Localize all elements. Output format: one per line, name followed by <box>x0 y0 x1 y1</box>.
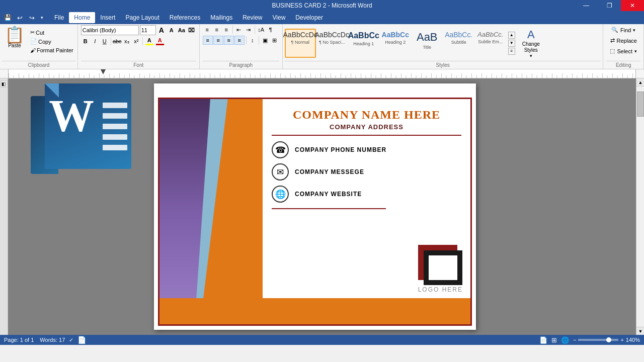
restore-button[interactable]: ❐ <box>598 0 621 11</box>
qa-customize-button[interactable]: ▾ <box>38 12 45 23</box>
full-screen-button[interactable]: ⊞ <box>551 336 557 344</box>
sep3 <box>232 26 233 34</box>
word-logo-area: W <box>18 83 144 330</box>
style-title[interactable]: AaB Title <box>412 29 443 58</box>
find-arrow: ▾ <box>633 28 635 33</box>
minimize-button[interactable]: — <box>575 0 598 11</box>
show-marks-button[interactable]: ¶ <box>266 25 275 34</box>
font-name-input[interactable] <box>81 25 139 35</box>
scroll-up-button[interactable]: ▲ <box>636 78 644 86</box>
font-color-button[interactable]: A <box>155 37 165 46</box>
font-shrink-button[interactable]: A <box>167 26 176 35</box>
menu-mailings[interactable]: Mailings <box>205 12 237 23</box>
word-logo-fold <box>45 83 59 98</box>
menu-home[interactable]: Home <box>69 12 95 23</box>
menu-items: File Home Insert Page Layout References … <box>49 12 328 23</box>
zoom-control: − + 140% <box>573 337 640 343</box>
message-text: COMPANY MESSEGE <box>295 168 364 175</box>
cut-icon: ✂ <box>30 29 35 36</box>
scroll-down-button[interactable]: ▼ <box>636 327 644 335</box>
italic-button[interactable]: I <box>91 37 100 46</box>
save-qa-button[interactable]: 💾 <box>2 12 13 23</box>
borders-button[interactable]: ⊞ <box>270 36 279 45</box>
logo-line2 <box>103 113 127 119</box>
close-button[interactable]: ✕ <box>621 0 644 11</box>
zoom-in-button[interactable]: + <box>620 337 623 343</box>
statusbar-right: 📄 ⊞ 🌐 − + 140% <box>539 336 640 344</box>
logo-line5 <box>103 145 127 150</box>
zoom-slider[interactable] <box>578 339 618 341</box>
justify-button[interactable]: ≡ <box>234 36 245 45</box>
menu-insert[interactable]: Insert <box>95 12 120 23</box>
shading-button[interactable]: ▣ <box>261 36 270 45</box>
spell-check[interactable]: ✓ <box>69 337 73 343</box>
styles-scroll-up[interactable]: ▲ <box>508 32 515 39</box>
sep5 <box>246 36 247 44</box>
scroll-thumb[interactable] <box>637 92 644 117</box>
page-info: Page: 1 of 1 <box>4 337 34 343</box>
increase-indent-button[interactable]: ⇥ <box>244 25 253 34</box>
styles-scroll-down[interactable]: ▼ <box>508 40 515 47</box>
style-subtle-em[interactable]: AaBbCc. Subtle Em... <box>475 29 506 58</box>
style-heading1[interactable]: AaBbCc Heading 1 <box>348 29 379 58</box>
company-name: COMPANY NAME HERE <box>263 99 470 122</box>
menu-review[interactable]: Review <box>237 12 267 23</box>
menu-references[interactable]: References <box>165 12 205 23</box>
select-button[interactable]: ⬚ Select ▾ <box>606 46 640 56</box>
style-heading2[interactable]: AaBbCc Heading 2 <box>380 29 411 58</box>
style-no-spacing[interactable]: AaBbCcDc ¶ No Spaci... <box>316 29 348 58</box>
copy-button[interactable]: 📄 Copy <box>28 37 75 46</box>
zoom-out-button[interactable]: − <box>573 337 576 343</box>
print-view-button[interactable]: 📄 <box>539 336 547 344</box>
paste-label: Paste <box>8 43 21 48</box>
view-toggle[interactable]: ◧ <box>1 80 8 87</box>
replace-button[interactable]: ⇄ Replace <box>607 36 640 45</box>
sort-button[interactable]: ↕A <box>257 25 266 34</box>
paste-button[interactable]: 📋 Paste <box>2 25 27 50</box>
menu-view[interactable]: View <box>268 12 291 23</box>
font-grow-button[interactable]: A <box>157 26 166 35</box>
subscript-button[interactable]: x₂ <box>122 37 131 46</box>
copy-label: Copy <box>38 39 51 45</box>
text-highlight-button[interactable]: A <box>144 37 154 46</box>
style-normal[interactable]: AaBbCcDc ¶ Normal <box>285 29 316 58</box>
change-styles-label: ChangeStyles <box>522 41 540 53</box>
zoom-level: 140% <box>626 337 640 343</box>
align-right-button[interactable]: ≡ <box>224 36 234 45</box>
find-button[interactable]: 🔍 Find ▾ <box>608 25 639 35</box>
multilevel-button[interactable]: ≡ <box>222 25 231 34</box>
undo-qa-button[interactable]: ↩ <box>14 12 25 23</box>
format-painter-button[interactable]: 🖌 Format Painter <box>28 46 75 54</box>
decrease-indent-button[interactable]: ⇤ <box>234 25 244 34</box>
align-center-button[interactable]: ≡ <box>213 36 223 45</box>
titlebar-controls[interactable]: — ❐ ✕ <box>575 0 644 11</box>
sep6 <box>259 36 259 44</box>
bullets-button[interactable]: ≡ <box>203 25 212 34</box>
change-case-button[interactable]: Aa <box>177 26 186 35</box>
align-left-button[interactable]: ≡ <box>203 36 213 45</box>
strikethrough-button[interactable]: abc <box>113 37 122 46</box>
menu-developer[interactable]: Developer <box>290 12 328 23</box>
bold-button[interactable]: B <box>81 37 90 46</box>
doc-page[interactable]: COMPANY NAME HERE COMPANY ADDRESS ☎ COMP… <box>154 83 476 330</box>
ribbon-font-group: A A Aa ⌧ B I U abc x₂ x² A <box>78 24 200 69</box>
clear-format-button[interactable]: ⌧ <box>187 26 196 35</box>
superscript-button[interactable]: x² <box>132 37 141 46</box>
line-spacing-button[interactable]: ↕ <box>248 36 257 45</box>
change-styles-button[interactable]: A ChangeStyles ▾ <box>517 29 545 58</box>
menu-file[interactable]: File <box>49 12 69 23</box>
underline-button[interactable]: U <box>100 37 109 46</box>
menu-page-layout[interactable]: Page Layout <box>120 12 164 23</box>
word-logo: W <box>31 83 131 174</box>
titlebar-title: BUSINESS CARD 2 - Microsoft Word <box>0 2 644 9</box>
cut-button[interactable]: ✂ Cut <box>28 28 75 37</box>
style-subtitle[interactable]: AaBbCc. Subtitle <box>443 29 474 58</box>
styles-expand[interactable]: ≡ <box>508 48 515 55</box>
web-view-button[interactable]: 🌐 <box>561 336 569 344</box>
find-label: Find <box>620 27 631 33</box>
numbering-button[interactable]: ≡ <box>212 25 221 34</box>
format-painter-label: Format Painter <box>37 47 73 53</box>
font-size-input[interactable] <box>140 25 156 35</box>
track-changes[interactable]: 📄 <box>77 336 86 344</box>
redo-qa-button[interactable]: ↪ <box>26 12 37 23</box>
